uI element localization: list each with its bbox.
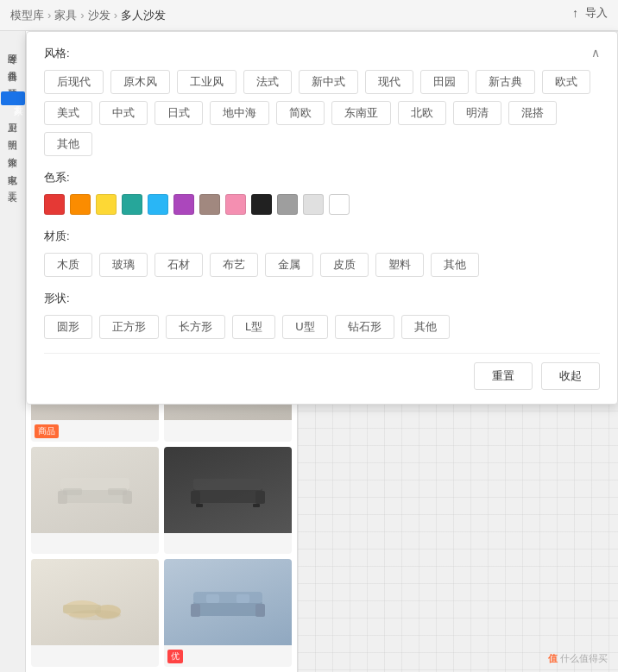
product-item-10[interactable]: 优 [164,559,292,667]
style-tag-工业风[interactable]: 工业风 [177,70,236,94]
product-image-10 [164,559,292,645]
material-tag-玻璃[interactable]: 玻璃 [99,253,148,277]
sidebar-item-lighting[interactable]: 照明 [6,126,19,140]
material-tag-金属[interactable]: 金属 [265,253,313,277]
svg-rect-63 [236,594,249,603]
color-swatch-dark[interactable] [251,194,272,215]
material-tag-塑料[interactable]: 塑料 [375,253,424,277]
shape-tag-正方形[interactable]: 正方形 [99,315,159,339]
style-tag-新中式[interactable]: 新中式 [299,70,358,94]
top-bar: 模型库 › 家具 › 沙发 › 多人沙发 ↑ 导入 [0,0,618,31]
style-tag-其他[interactable]: 其他 [44,132,92,156]
product-image-8 [164,447,292,533]
shape-tags: 圆形正方形长方形L型U型钻石形其他 [44,315,600,339]
style-tag-简欧[interactable]: 简欧 [276,101,325,125]
material-tag-皮质[interactable]: 皮质 [320,253,369,277]
breadcrumb-sep-2: › [80,9,84,22]
svg-rect-53 [253,504,260,507]
material-tag-布艺[interactable]: 布艺 [210,253,258,277]
color-swatch-purple[interactable] [173,194,194,215]
color-swatch-white[interactable] [329,194,350,215]
material-tag-其他[interactable]: 其他 [431,253,479,277]
shape-tag-钻石形[interactable]: 钻石形 [335,315,394,339]
color-swatch-cyan[interactable] [148,194,168,215]
color-swatch-teal[interactable] [122,194,142,215]
svg-rect-60 [191,604,200,617]
style-tag-明清[interactable]: 明清 [453,101,501,125]
sidebar-item-brand[interactable]: 牌专区 [6,40,19,53]
svg-rect-46 [63,488,82,495]
upload-icon[interactable]: ↑ [572,6,578,20]
filter-panel: ∧ 风格: 后现代原木风工业风法式新中式现代田园新古典欧式美式中式日式地中海简欧… [26,31,618,405]
import-button[interactable]: 导入 [585,5,608,21]
color-swatch-red[interactable] [44,194,65,215]
style-tag-原木风[interactable]: 原木风 [110,70,170,94]
color-swatch-gray[interactable] [277,194,298,215]
product-badges-5: 商品 [35,424,59,438]
svg-rect-49 [193,479,262,490]
sidebar-item-decor[interactable]: 家饰 [6,143,19,157]
close-filter-button[interactable]: ∧ [591,46,600,60]
product-item-9[interactable] [31,559,159,667]
sidebar-item-commercial[interactable]: 工装 [6,178,19,192]
svg-rect-59 [193,592,262,603]
color-swatch-orange[interactable] [70,194,91,215]
material-tag-木质[interactable]: 木质 [44,253,92,277]
color-swatches [44,194,600,215]
collapse-button[interactable]: 收起 [541,362,600,390]
svg-rect-47 [108,488,127,495]
style-tag-欧式[interactable]: 欧式 [542,70,590,94]
color-swatch-light-gray[interactable] [303,194,324,215]
reset-button[interactable]: 重置 [474,362,533,390]
style-tag-混搭[interactable]: 混搭 [508,101,557,125]
breadcrumb-current: 多人沙发 [121,8,166,23]
style-tag-新古典[interactable]: 新古典 [476,70,535,94]
shape-tag-圆形[interactable]: 圆形 [44,315,92,339]
sidebar-item-furniture[interactable]: 家具 [1,91,25,105]
product-image-9 [31,559,159,645]
style-tag-东南亚[interactable]: 东南亚 [331,101,391,125]
shape-tag-长方形[interactable]: 长方形 [166,315,225,339]
svg-rect-43 [60,478,129,490]
style-tag-中式[interactable]: 中式 [99,101,148,125]
color-swatch-pink[interactable] [225,194,246,215]
style-tag-北欧[interactable]: 北欧 [398,101,446,125]
badge-you-10: 优 [167,650,183,663]
material-title: 材质: [44,229,600,244]
breadcrumb-sofa[interactable]: 沙发 [88,8,110,23]
product-item-7[interactable] [31,447,159,555]
color-swatch-yellow[interactable] [96,194,117,215]
style-tag-法式[interactable]: 法式 [243,70,292,94]
style-tag-美式[interactable]: 美式 [44,101,92,125]
style-tag-地中海[interactable]: 地中海 [210,101,269,125]
color-swatch-brown[interactable] [199,194,220,215]
sidebar-item-appliance[interactable]: 家电 [6,160,19,174]
style-section: 风格: 后现代原木风工业风法式新中式现代田园新古典欧式美式中式日式地中海简欧东南… [44,46,600,156]
shape-tag-U型[interactable]: U型 [282,315,327,339]
badge-product-5: 商品 [35,424,59,438]
breadcrumb-sep-3: › [114,9,117,22]
product-image-7 [31,447,159,533]
shape-tag-其他[interactable]: 其他 [401,315,450,339]
style-tag-田园[interactable]: 田园 [420,70,469,94]
breadcrumb-model-library[interactable]: 模型库 [10,8,44,23]
watermark-icon: 值 [548,653,558,663]
sidebar-item-hardcover[interactable]: 硬装 [6,74,19,88]
svg-rect-52 [196,504,203,507]
breadcrumb-furniture[interactable]: 家具 [54,8,77,23]
style-tag-现代[interactable]: 现代 [365,70,413,94]
product-item-8[interactable] [164,447,292,555]
top-actions: ↑ 导入 [572,5,608,21]
style-tag-后现代[interactable]: 后现代 [44,70,104,94]
shape-title: 形状: [44,291,600,306]
svg-point-57 [69,610,121,620]
material-tags: 木质玻璃石材布艺金属皮质塑料其他 [44,253,600,277]
style-title: 风格: [44,46,600,61]
sidebar-item-combo[interactable]: 具组合 [6,57,19,71]
material-tag-石材[interactable]: 石材 [154,253,203,277]
shape-tag-L型[interactable]: L型 [232,315,275,339]
sidebar-item-kitchen[interactable]: 厨卫 [6,109,19,122]
material-section: 材质: 木质玻璃石材布艺金属皮质塑料其他 [44,229,600,277]
style-tag-日式[interactable]: 日式 [154,101,203,125]
svg-rect-62 [206,594,219,603]
